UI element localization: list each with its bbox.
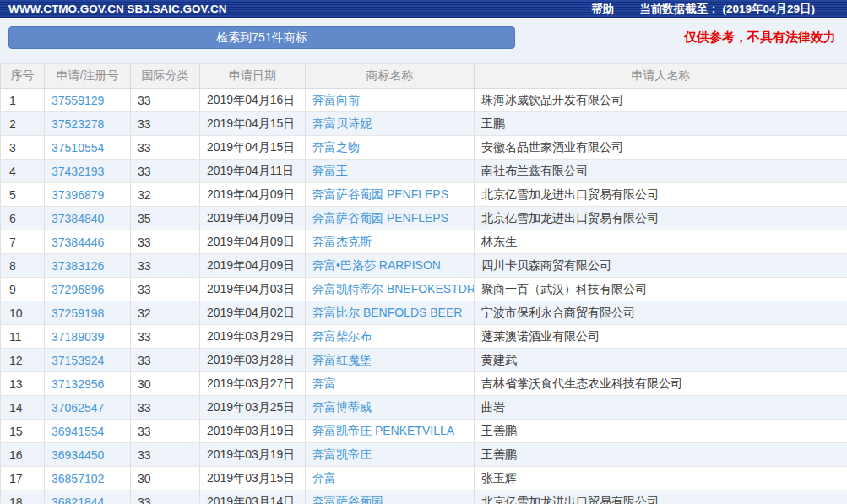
trademark-name-link[interactable]: 奔富之吻	[312, 140, 360, 154]
cell-trademark-name: 奔富贝诗妮	[306, 112, 475, 136]
cell-intl-class: 33	[131, 325, 200, 349]
cell-intl-class: 33	[131, 230, 200, 254]
cell-intl-class: 35	[131, 207, 200, 230]
header-applicant-name: 申请人名称	[475, 64, 847, 89]
trademark-name-link[interactable]: 奔富红魔堡	[312, 353, 372, 366]
cell-trademark-name: 奔富博蒂威	[306, 396, 475, 420]
cell-serial: 1	[1, 89, 45, 112]
cell-serial: 9	[1, 278, 45, 301]
cell-trademark-name: 奔富凯特蒂尔 BNEFOKESTDR	[306, 278, 475, 301]
table-row: 16 36934450 33 2019年03月19日 奔富凯帝庄 王善鹏	[1, 443, 847, 467]
reg-number-link[interactable]: 37510554	[52, 141, 104, 154]
cell-trademark-name: 奔富王	[306, 160, 475, 183]
cell-serial: 17	[1, 467, 45, 490]
header-trademark-name: 商标名称	[306, 64, 475, 89]
reg-number-link[interactable]: 37153924	[52, 354, 104, 367]
trademark-name-link[interactable]: 奔富王	[312, 164, 348, 177]
cell-applicant-name: 北京亿雪加龙进出口贸易有限公司	[475, 207, 847, 230]
cell-intl-class: 33	[131, 420, 200, 443]
table-row: 11 37189039 33 2019年03月29日 奔富柴尔布 蓬莱澳诺酒业有…	[1, 325, 847, 349]
table-row: 12 37153924 33 2019年03月28日 奔富红魔堡 黄建武	[1, 349, 847, 372]
cell-reg-number: 37153924	[45, 349, 131, 372]
trademark-name-link[interactable]: 奔富萨谷葡园	[312, 495, 383, 504]
cell-apply-date: 2019年03月28日	[200, 349, 306, 372]
reg-number-link[interactable]: 37559129	[52, 94, 104, 107]
reg-number-link[interactable]: 37523278	[52, 117, 104, 131]
legal-disclaimer: 仅供参考，不具有法律效力	[684, 30, 836, 46]
cell-intl-class: 33	[131, 349, 200, 372]
trademark-name-link[interactable]: 奔富比尔 BENFOLDS BEER	[312, 306, 462, 319]
cell-intl-class: 33	[131, 112, 200, 136]
cell-applicant-name: 北京亿雪加龙进出口贸易有限公司	[475, 183, 847, 207]
trademark-results-table: 序号 申请/注册号 国际分类 申请日期 商标名称 申请人名称 1 3755912…	[0, 63, 847, 504]
trademark-name-link[interactable]: 奔富凯帝庄 PENKETVILLA	[312, 424, 454, 437]
table-row: 13 37132956 30 2019年03月27日 奔富 吉林省掌沃食代生态农…	[1, 372, 847, 396]
cell-intl-class: 33	[131, 136, 200, 160]
reg-number-link[interactable]: 36934450	[52, 448, 104, 462]
cell-trademark-name: 奔富凯帝庄 PENKETVILLA	[306, 420, 475, 443]
trademark-name-link[interactable]: 奔富杰克斯	[312, 235, 372, 248]
reg-number-link[interactable]: 37383126	[52, 259, 104, 273]
reg-number-link[interactable]: 37396879	[52, 188, 104, 202]
table-header-row: 序号 申请/注册号 国际分类 申请日期 商标名称 申请人名称	[1, 64, 847, 89]
header-reg-number: 申请/注册号	[45, 64, 131, 89]
table-row: 14 37062547 33 2019年03月25日 奔富博蒂威 曲岩	[1, 396, 847, 420]
cell-serial: 18	[1, 490, 45, 504]
cell-applicant-name: 王善鹏	[475, 443, 847, 467]
reg-number-link[interactable]: 37189039	[52, 330, 104, 344]
cell-reg-number: 37432193	[45, 160, 131, 183]
cell-apply-date: 2019年04月16日	[200, 89, 306, 112]
cell-serial: 12	[1, 349, 45, 372]
cell-intl-class: 33	[131, 278, 200, 301]
cell-serial: 4	[1, 160, 45, 183]
reg-number-link[interactable]: 36857102	[52, 472, 104, 485]
reg-number-link[interactable]: 37432193	[52, 165, 104, 178]
cell-applicant-name: 蓬莱澳诺酒业有限公司	[475, 325, 847, 349]
cell-apply-date: 2019年04月15日	[200, 136, 306, 160]
cell-serial: 11	[1, 325, 45, 349]
table-row: 7 37384446 33 2019年04月09日 奔富杰克斯 林东生	[1, 230, 847, 254]
trademark-name-link[interactable]: 奔富•巴洛莎 RARPISON	[312, 258, 441, 272]
cell-trademark-name: 奔富	[306, 467, 475, 490]
trademark-name-link[interactable]: 奔富凯特蒂尔 BNEFOKESTDR	[312, 282, 475, 295]
table-row: 4 37432193 33 2019年04月11日 奔富王 南社布兰兹有限公司	[1, 160, 847, 183]
reg-number-link[interactable]: 36941554	[52, 425, 104, 438]
cell-reg-number: 36934450	[45, 443, 131, 467]
trademark-name-link[interactable]: 奔富贝诗妮	[312, 117, 372, 130]
table-row: 8 37383126 33 2019年04月09日 奔富•巴洛莎 RARPISO…	[1, 254, 847, 278]
trademark-name-link[interactable]: 奔富柴尔布	[312, 329, 372, 343]
cell-apply-date: 2019年03月19日	[200, 420, 306, 443]
reg-number-link[interactable]: 37259198	[52, 306, 104, 320]
header-apply-date: 申请日期	[200, 64, 306, 89]
trademark-name-link[interactable]: 奔富	[312, 471, 336, 485]
cell-apply-date: 2019年04月09日	[200, 183, 306, 207]
trademark-name-link[interactable]: 奔富萨谷葡园 PENFLEPS	[312, 211, 448, 225]
cell-intl-class: 33	[131, 89, 200, 112]
trademark-name-link[interactable]: 奔富博蒂威	[312, 400, 372, 414]
cell-reg-number: 37523278	[45, 112, 131, 136]
cell-applicant-name: 王善鹏	[475, 420, 847, 443]
cell-intl-class: 33	[131, 396, 200, 420]
trademark-name-link[interactable]: 奔富凯帝庄	[312, 447, 372, 461]
cell-reg-number: 37396879	[45, 183, 131, 207]
cell-trademark-name: 奔富萨谷葡园 PENFLEPS	[306, 183, 475, 207]
help-link[interactable]: 帮助	[591, 2, 614, 17]
cell-reg-number: 37132956	[45, 372, 131, 396]
reg-number-link[interactable]: 36821844	[52, 496, 104, 504]
reg-number-link[interactable]: 37296896	[52, 283, 104, 296]
cell-apply-date: 2019年03月14日	[200, 490, 306, 504]
cell-reg-number: 36857102	[45, 467, 131, 490]
cell-serial: 16	[1, 443, 45, 467]
cell-applicant-name: 曲岩	[475, 396, 847, 420]
trademark-name-link[interactable]: 奔富向前	[312, 93, 360, 106]
cell-applicant-name: 四川卡贝森商贸有限公司	[475, 254, 847, 278]
cell-apply-date: 2019年03月29日	[200, 325, 306, 349]
cell-apply-date: 2019年03月27日	[200, 372, 306, 396]
reg-number-link[interactable]: 37384840	[52, 212, 104, 225]
trademark-name-link[interactable]: 奔富萨谷葡园 PENFLEPS	[312, 187, 448, 201]
reg-number-link[interactable]: 37384446	[52, 236, 104, 249]
reg-number-link[interactable]: 37062547	[52, 401, 104, 415]
trademark-name-link[interactable]: 奔富	[312, 377, 336, 390]
cell-apply-date: 2019年04月03日	[200, 278, 306, 301]
reg-number-link[interactable]: 37132956	[52, 377, 104, 391]
